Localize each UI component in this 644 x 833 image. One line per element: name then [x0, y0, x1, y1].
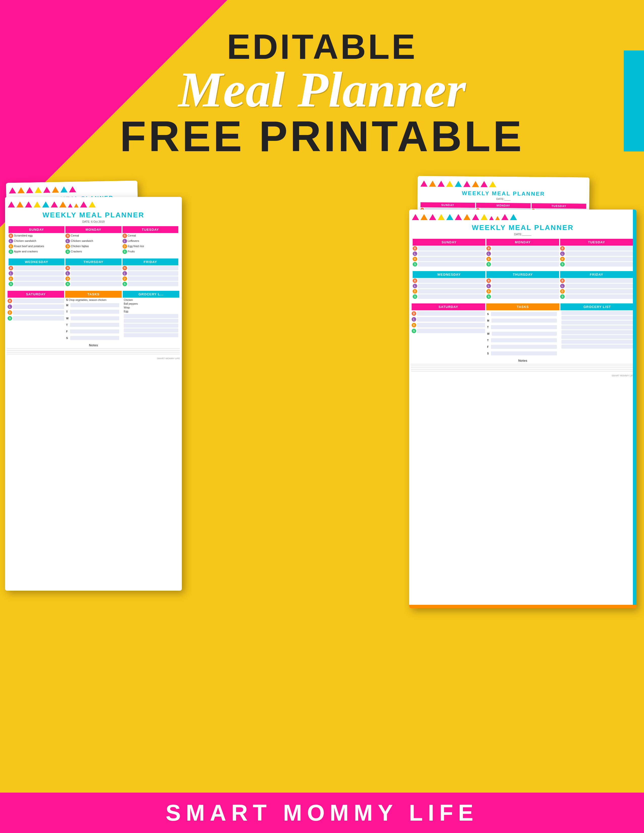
badge-d: D	[413, 257, 417, 261]
badge-d: D	[122, 244, 127, 249]
saturday-section-3: SATURDAY B L D S	[7, 290, 64, 341]
badge-s: S	[560, 294, 565, 299]
empty-line	[14, 266, 64, 270]
badge-l: L	[486, 284, 491, 288]
deco-tri	[472, 181, 479, 187]
task-line	[491, 318, 557, 323]
main-grid-4: SUNDAY B L D S MONDAY B L D S TUESDAY B …	[409, 237, 636, 269]
sunday-header-2: SUNDAY	[420, 202, 475, 208]
empty-line	[492, 284, 559, 288]
task-row-s: SChop vegetables, season chicken	[64, 298, 122, 302]
task-line	[70, 310, 119, 314]
empty-line	[492, 294, 559, 299]
grocery-header-3: GROCERY L...	[123, 291, 179, 298]
deco-tri	[51, 201, 58, 207]
deco-tri	[74, 203, 79, 207]
task-line	[491, 325, 557, 329]
badge-s: S	[412, 329, 416, 333]
grocery-line	[124, 328, 178, 333]
meal-row: SApple and crackers	[9, 249, 64, 254]
badge-s: S	[65, 282, 70, 286]
meal-row: D	[8, 310, 64, 315]
deco-tri	[34, 201, 41, 207]
meal-row: LLeftovers	[122, 238, 178, 244]
main-grid-3: SUNDAY BScrambled egg LChicken sandwich …	[5, 224, 182, 256]
meal-text: Roast beef and potatoes	[14, 244, 44, 248]
meal-text: Scrambled egg	[14, 234, 32, 237]
deco-tri	[429, 180, 436, 187]
saturday-header-3: SATURDAY	[8, 291, 64, 298]
badge-s: S	[122, 249, 127, 254]
deco-row-1	[6, 181, 138, 196]
planner-sheet-3: WEEKLY MEAL PLANNER DATE: 6 Oct 2019 SUN…	[5, 197, 182, 591]
empty-line	[565, 257, 633, 261]
deco-tri	[495, 216, 500, 220]
grocery-line	[562, 344, 633, 349]
grocery-section-3: GROCERY L... Chicken Ball peppers Wrap E…	[122, 290, 180, 341]
badge-b: B	[412, 311, 416, 316]
meal-row: L	[65, 271, 121, 276]
badge-b: B	[65, 266, 70, 270]
mon-cell-4: MONDAY B L D S	[486, 239, 559, 267]
meal-row: S	[560, 294, 633, 299]
meal-row: BCereal	[65, 233, 121, 238]
empty-line	[565, 251, 633, 256]
badge-b: B	[413, 246, 417, 251]
badge-l: L	[9, 271, 13, 276]
notes-title-3: Notes	[7, 343, 180, 347]
deco-tri	[464, 181, 470, 187]
deco-tri	[60, 201, 66, 207]
empty-line	[418, 262, 485, 267]
deco-tri	[510, 214, 517, 220]
wed-cell-3: WEDNESDAY B L D S	[9, 259, 64, 287]
badge-s: S	[413, 294, 417, 299]
badge-s: S	[122, 282, 127, 286]
badge-d: D	[413, 289, 417, 294]
notes-line	[7, 354, 180, 354]
task-row: M	[486, 317, 560, 324]
badge-s: S	[486, 294, 491, 299]
badge-b: B	[560, 278, 565, 283]
deco-tri	[455, 181, 462, 187]
sunday-cell-3: SUNDAY BScrambled egg LChicken sandwich …	[9, 226, 64, 254]
badge-d: D	[122, 277, 127, 281]
meal-row: B	[412, 311, 485, 316]
meal-row: B	[65, 265, 121, 270]
thu-cell-3: THURSDAY B L D S	[65, 259, 121, 287]
badge-s: S	[65, 249, 70, 254]
deco-tri	[42, 201, 49, 207]
task-row-t: T	[64, 309, 122, 315]
badge-l: L	[122, 271, 127, 276]
notes-line	[411, 371, 634, 371]
task-line	[492, 332, 557, 336]
meal-row: S	[486, 262, 559, 267]
badge-l: L	[8, 304, 12, 309]
grocery-item: Egg	[122, 309, 180, 313]
sunday-header-3: SUNDAY	[9, 226, 64, 233]
thu-header-3: THURSDAY	[65, 259, 121, 265]
empty-line	[417, 329, 485, 333]
empty-line	[13, 299, 64, 303]
meal-row: S	[122, 281, 178, 286]
empty-line	[13, 316, 64, 321]
meal-text: Cereal	[128, 234, 136, 237]
badge-d: D	[65, 277, 70, 281]
meal-row: L	[560, 283, 633, 288]
badge-b: B	[122, 233, 127, 238]
header-free-printable: FREE PRINTABLE	[120, 115, 524, 158]
empty-line	[565, 284, 633, 288]
badge-s: S	[9, 282, 13, 286]
task-row: T	[486, 324, 560, 330]
monday-header-3: MONDAY	[65, 226, 121, 233]
deco-tri	[501, 214, 509, 220]
title-bar-3: WEEKLY MEAL PLANNER	[5, 209, 182, 220]
deco-tri	[472, 214, 479, 220]
deco-row-3	[5, 197, 182, 209]
monday-header-2: MONDAY	[476, 203, 531, 208]
deco-tri	[481, 214, 488, 220]
tasks-header-3: TASKS	[65, 291, 122, 298]
notes-line	[411, 369, 634, 370]
badge-s: S	[560, 262, 565, 267]
meal-row: LChicken sandwich	[9, 238, 64, 244]
meal-row: D	[413, 256, 485, 262]
